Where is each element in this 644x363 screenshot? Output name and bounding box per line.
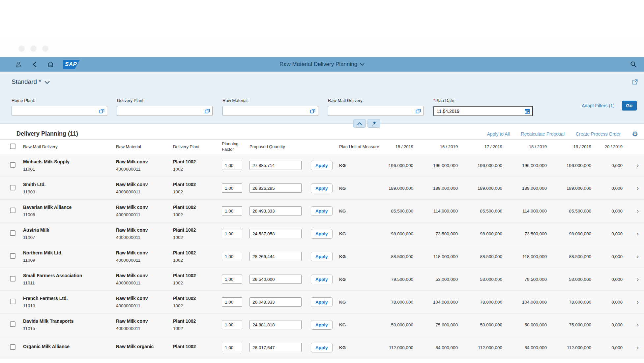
apply-button[interactable]: Apply [311, 343, 333, 352]
value-help-icon[interactable] [99, 108, 104, 115]
apply-button[interactable]: Apply [311, 275, 333, 284]
proposed-quantity-input[interactable] [249, 297, 302, 307]
value-help-icon[interactable] [205, 108, 210, 115]
row-navigation-chevron-icon[interactable]: › [632, 230, 641, 237]
planning-factor-input[interactable] [222, 297, 242, 307]
row-navigation-chevron-icon[interactable]: › [632, 185, 641, 192]
apply-button[interactable]: Apply [311, 297, 333, 307]
apply-button[interactable]: Apply [311, 320, 333, 330]
proposed-quantity-input[interactable] [249, 252, 302, 261]
row-checkbox[interactable] [10, 253, 15, 259]
week-value-cell: 85.500,000 [379, 209, 423, 214]
planning-factor-input[interactable] [222, 229, 242, 238]
variant-chevron-down-icon[interactable] [44, 81, 50, 84]
column-header[interactable]: Raw Material [116, 144, 173, 149]
search-icon[interactable] [630, 61, 637, 69]
raw-matl-delivery-cell: Small Farmers Association11011 [23, 273, 116, 285]
row-navigation-chevron-icon[interactable]: › [632, 253, 641, 260]
calendar-icon[interactable] [525, 109, 530, 115]
column-header[interactable]: 18 / 2019 [512, 144, 557, 149]
row-navigation-chevron-icon[interactable]: › [632, 276, 641, 283]
apply-button[interactable]: Apply [311, 161, 333, 170]
row-navigation-chevron-icon[interactable]: › [632, 162, 641, 169]
recalculate-proposal-button[interactable]: Recalculate Proposal [521, 131, 565, 137]
home-plant-input[interactable] [12, 106, 107, 116]
planning-factor-input[interactable] [222, 252, 242, 261]
row-checkbox[interactable] [10, 162, 15, 168]
week-value-cell: 78.000,000 [468, 300, 512, 305]
proposed-quantity-input[interactable] [249, 343, 302, 352]
proposed-quantity-input[interactable] [249, 161, 302, 170]
column-header[interactable]: 16 / 2019 [423, 144, 468, 149]
planning-factor-input[interactable] [222, 206, 242, 215]
apply-button[interactable]: Apply [311, 206, 333, 216]
delivery-plant-cell: Plant 10021002 [173, 273, 222, 285]
row-navigation-chevron-icon[interactable]: › [632, 299, 641, 306]
filter-label: Delivery Plant: [117, 98, 222, 103]
week-value-cell: 0,000 [601, 231, 632, 236]
delivery-plant-input[interactable] [117, 106, 212, 116]
column-header[interactable]: 15 / 2019 [379, 144, 423, 149]
value-help-icon[interactable] [416, 108, 421, 115]
app-title-menu[interactable]: Raw Material Delivery Planning [0, 61, 644, 68]
column-header[interactable]: Planning Factor [222, 141, 249, 152]
collapse-filter-button[interactable] [353, 119, 366, 128]
table-settings-gear-icon[interactable]: ⚙ [632, 130, 638, 137]
proposed-quantity-input[interactable] [249, 320, 302, 329]
row-checkbox[interactable] [10, 230, 15, 236]
row-checkbox[interactable] [10, 208, 15, 213]
planning-factor-input[interactable] [222, 320, 242, 329]
row-navigation-chevron-icon[interactable]: › [632, 344, 641, 351]
planning-factor-input[interactable] [222, 275, 242, 284]
table-row: Organic Milk AllianceRaw Milk organicPla… [0, 336, 644, 359]
adapt-filters-link[interactable]: Adapt Filters (1) [582, 103, 615, 108]
pin-filter-button[interactable] [367, 119, 380, 128]
row-checkbox[interactable] [10, 299, 15, 304]
value-help-icon[interactable] [310, 108, 315, 115]
week-value-cell: 189.000,000 [557, 186, 601, 191]
raw-material-cell: Raw Milk conv4000000011 [116, 182, 173, 194]
row-checkbox[interactable] [10, 276, 15, 281]
planning-factor-input[interactable] [222, 343, 242, 352]
planning-factor-input[interactable] [222, 161, 242, 170]
apply-button[interactable]: Apply [311, 183, 333, 193]
row-checkbox[interactable] [10, 321, 15, 327]
select-all-checkbox[interactable] [10, 144, 15, 149]
week-value-cell: 73.500,000 [512, 231, 557, 236]
share-export-icon[interactable] [632, 79, 638, 86]
column-header[interactable]: 20 / 2019 [601, 144, 632, 149]
column-header[interactable]: 19 / 2019 [557, 144, 601, 149]
column-header[interactable]: Delivery Plant [173, 144, 222, 149]
apply-to-all-button[interactable]: Apply to All [487, 131, 510, 137]
row-navigation-chevron-icon[interactable]: › [632, 208, 641, 214]
apply-button[interactable]: Apply [311, 252, 333, 261]
raw-material-cell: Raw Milk conv4000000011 [116, 318, 173, 331]
plan-uom-cell: KG [339, 345, 379, 350]
raw-matl-delivery-input[interactable] [328, 106, 423, 116]
row-checkbox[interactable] [10, 344, 15, 350]
week-value-cell: 84.000,000 [423, 345, 468, 350]
raw-material-input[interactable] [223, 106, 318, 116]
row-navigation-chevron-icon[interactable]: › [632, 321, 641, 328]
required-marker: * [433, 98, 435, 103]
row-checkbox[interactable] [10, 185, 15, 190]
plan-date-input[interactable] [434, 107, 532, 116]
table-section: Delivery Planning (11) Apply to All Reca… [0, 124, 644, 359]
go-button[interactable]: Go [622, 101, 637, 111]
proposed-quantity-input[interactable] [249, 229, 302, 238]
variant-selector[interactable]: Standard * [12, 78, 41, 85]
create-process-order-button[interactable]: Create Process Order [576, 131, 621, 137]
plan-uom-cell: KG [339, 300, 379, 305]
column-header[interactable]: Proposed Quantity [249, 144, 311, 149]
planning-factor-input[interactable] [222, 183, 242, 193]
week-value-cell: 84.000,000 [512, 345, 557, 350]
week-value-cell: 98.000,000 [468, 231, 512, 236]
apply-button[interactable]: Apply [311, 229, 333, 239]
column-header[interactable]: Raw Matl Delivery [23, 144, 116, 149]
proposed-quantity-input[interactable] [249, 275, 302, 284]
plan-uom-cell: KG [339, 209, 379, 214]
proposed-quantity-input[interactable] [249, 183, 302, 193]
column-header[interactable]: 17 / 2019 [468, 144, 512, 149]
column-header[interactable]: Plan Unit of Measure [339, 144, 379, 149]
proposed-quantity-input[interactable] [249, 206, 302, 215]
